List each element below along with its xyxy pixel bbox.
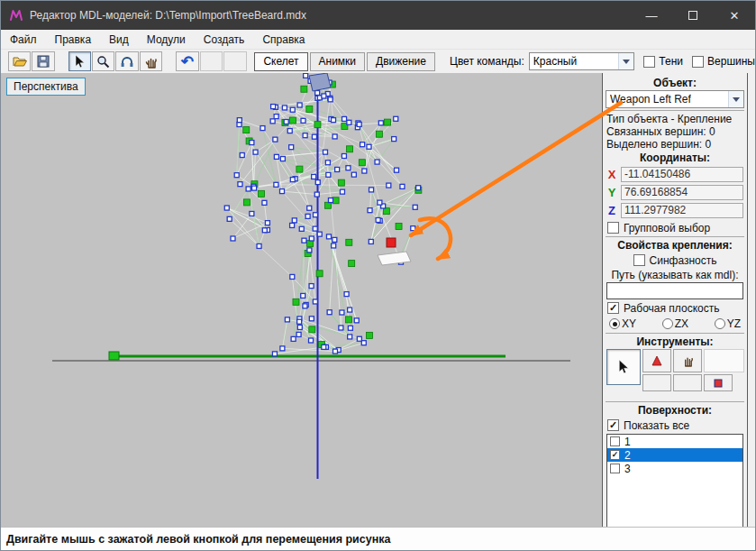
toolbar: ↶ Скелет Анимки Движение Цвет команды: К…: [1, 50, 755, 73]
cursor-icon: [617, 360, 630, 374]
menu-item-edit[interactable]: Правка: [46, 32, 101, 48]
minimize-button[interactable]: —: [631, 1, 672, 30]
y-coordinate-input[interactable]: 76.69168854: [621, 185, 743, 200]
object-header: Объект:: [606, 77, 744, 89]
radio-icon[interactable]: [609, 318, 620, 329]
folder-open-icon: [13, 55, 27, 68]
menu-item-help[interactable]: Справка: [253, 32, 314, 48]
show-all-label: Показать все: [624, 419, 689, 432]
floppy-disk-icon: [37, 55, 50, 68]
tab-animations-label: Анимки: [319, 55, 357, 68]
workplane-label: Рабочая плоскость: [624, 302, 719, 315]
team-color-label: Цвет команды:: [450, 55, 524, 68]
surface-label: 2: [624, 449, 631, 462]
x-coordinate-row: X -11.04150486: [606, 165, 743, 183]
panel-tool-button-3[interactable]: [704, 374, 733, 391]
toolbar-disabled-button-1[interactable]: [200, 51, 223, 71]
y-axis-label: Y: [606, 186, 617, 199]
z-axis-label: Z: [606, 204, 617, 217]
show-all-row[interactable]: Показать все: [607, 418, 742, 432]
pan-tool-button[interactable]: [140, 51, 162, 71]
close-button[interactable]: ✕: [714, 1, 755, 30]
menu-item-file[interactable]: Файл: [1, 32, 46, 48]
tab-animations[interactable]: Анимки: [310, 52, 366, 71]
save-button[interactable]: [32, 51, 54, 71]
selected-vertices-text: Выделено вершин: 0: [606, 138, 743, 151]
app-window: Редактор MDL-моделей: D:\Temp\Import\Tre…: [0, 0, 756, 551]
team-color-value: Красный: [533, 55, 577, 68]
plane-xy-label: XY: [622, 317, 636, 330]
menu-item-create[interactable]: Создать: [195, 32, 254, 48]
vertices-checkbox-row[interactable]: Вершины: [692, 55, 755, 68]
panel-pan-tool-button[interactable]: [673, 349, 702, 372]
tab-skeleton[interactable]: Скелет: [254, 52, 307, 71]
rotate-tool-button[interactable]: [115, 51, 138, 71]
surface-row[interactable]: 1: [607, 435, 742, 448]
hand-icon: [145, 55, 158, 69]
object-dropdown[interactable]: Weapon Left Ref: [606, 90, 744, 108]
z-coordinate-input[interactable]: 111.2977982: [621, 203, 743, 218]
sync-checkbox[interactable]: [633, 254, 645, 266]
menu-item-view[interactable]: Вид: [100, 32, 138, 48]
radio-icon[interactable]: [715, 318, 725, 329]
group-select-row[interactable]: Групповой выбор: [607, 221, 742, 234]
tools-header: Инструменты:: [606, 335, 744, 348]
tab-movement[interactable]: Движение: [367, 52, 435, 71]
surface-checkbox[interactable]: [610, 436, 620, 446]
maximize-button[interactable]: [672, 1, 714, 30]
chevron-down-icon: [728, 91, 743, 107]
content-area: Перспектива Объект: Weapon Left Ref Тип …: [1, 73, 755, 527]
undo-button[interactable]: ↶: [176, 51, 198, 71]
paint-tool-icon: [651, 354, 663, 367]
vertices-label: Вершины: [707, 55, 755, 68]
perspective-button[interactable]: Перспектива: [6, 78, 86, 96]
toolbar-disabled-button-2[interactable]: [223, 51, 246, 71]
panel-gutter: [748, 73, 755, 527]
linked-vertices-text: Связанных вершин: 0: [606, 125, 743, 138]
tab-skeleton-label: Скелет: [263, 55, 298, 68]
panel-tool-button-1[interactable]: [642, 374, 671, 391]
show-all-checkbox[interactable]: [607, 419, 619, 431]
plane-radio-xy[interactable]: XY: [609, 317, 636, 330]
model-viewport[interactable]: Перспектива: [1, 73, 602, 527]
maximize-icon: [688, 11, 697, 20]
undo-icon: ↶: [181, 54, 194, 69]
sync-row[interactable]: Синфазность: [607, 253, 742, 267]
workplane-row[interactable]: Рабочая плоскость: [607, 301, 742, 315]
shadows-checkbox[interactable]: [643, 56, 655, 68]
attachment-header: Свойства крепления:: [606, 239, 744, 252]
plane-radio-yz[interactable]: YZ: [715, 317, 741, 330]
x-coordinate-input[interactable]: -11.04150486: [621, 167, 743, 182]
group-select-checkbox[interactable]: [607, 222, 619, 234]
workplane-checkbox[interactable]: [607, 302, 619, 314]
shadows-label: Тени: [659, 55, 683, 68]
panel-select-tool-button[interactable]: [606, 349, 641, 385]
panel-paint-tool-button[interactable]: [642, 349, 671, 372]
object-panel: Объект: Weapon Left Ref Тип объекта - Кр…: [602, 73, 748, 527]
surface-checkbox[interactable]: [610, 450, 620, 460]
surface-checkbox[interactable]: [610, 464, 620, 473]
surface-row[interactable]: 3: [607, 462, 742, 475]
model-wireframe: [1, 73, 602, 527]
path-label: Путь (указывать как mdl):: [606, 269, 743, 281]
team-color-dropdown[interactable]: Красный: [529, 52, 635, 70]
surfaces-header: Поверхности:: [606, 404, 744, 417]
plane-radio-zx[interactable]: ZX: [662, 317, 688, 330]
z-coordinate-row: Z 111.2977982: [606, 201, 743, 219]
path-input[interactable]: [606, 282, 743, 299]
select-tool-button[interactable]: [68, 51, 91, 71]
divider: [606, 333, 744, 334]
shadows-checkbox-row[interactable]: Тени: [643, 55, 683, 68]
tools-empty-area: [704, 349, 744, 372]
divider: [606, 110, 744, 111]
surface-row[interactable]: 2: [607, 448, 742, 462]
open-button[interactable]: [8, 51, 31, 71]
menu-item-modules[interactable]: Модули: [138, 32, 195, 48]
zoom-tool-button[interactable]: [92, 51, 114, 71]
vertices-checkbox[interactable]: [692, 56, 704, 68]
y-coordinate-row: Y 76.69168854: [606, 183, 743, 201]
plane-yz-label: YZ: [727, 317, 741, 330]
rotate-icon: [120, 55, 134, 68]
radio-icon[interactable]: [662, 318, 673, 329]
panel-tool-button-2[interactable]: [673, 374, 702, 391]
